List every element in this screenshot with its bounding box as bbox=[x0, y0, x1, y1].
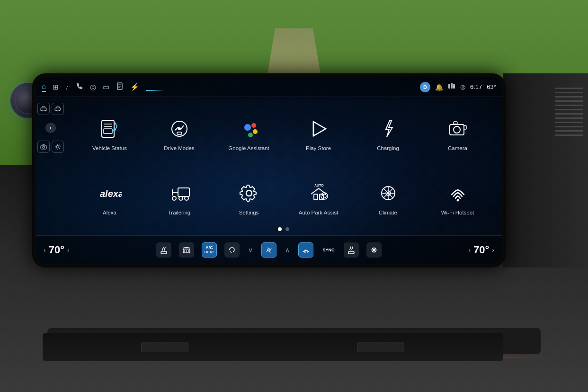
sidebar-sun[interactable] bbox=[52, 141, 64, 153]
defrost-btn[interactable] bbox=[179, 242, 194, 258]
camera-label: Camera bbox=[448, 145, 467, 152]
seat-heat-right-btn[interactable] bbox=[344, 242, 359, 258]
camera-icon bbox=[445, 116, 470, 141]
camera-app[interactable]: Camera bbox=[423, 104, 492, 164]
svg-point-35 bbox=[248, 133, 253, 137]
temperature-display: 63° bbox=[487, 83, 496, 90]
recirc-icon bbox=[224, 242, 240, 258]
gps-icon[interactable]: ◎ bbox=[460, 83, 465, 90]
home-nav-icon[interactable]: ⌂ bbox=[42, 82, 46, 92]
bell-icon[interactable]: 🔔 bbox=[435, 83, 443, 91]
trailering-icon bbox=[167, 181, 192, 205]
recirc-btn[interactable] bbox=[224, 242, 240, 258]
phone-nav-icon[interactable] bbox=[76, 82, 83, 91]
settings-icon bbox=[237, 181, 261, 205]
right-vent-tab[interactable] bbox=[357, 342, 404, 352]
climate-controls: A/C HEAT ∨ bbox=[91, 242, 447, 258]
infotainment-screen: ⌂ ⊞ ♪ ◎ ▭ ⚡ bbox=[36, 77, 502, 264]
defrost-icon bbox=[179, 242, 194, 258]
svg-line-22 bbox=[59, 148, 59, 149]
google-assistant-app[interactable]: Google Assistant bbox=[214, 104, 284, 164]
sidebar-expand-arrow[interactable]: › bbox=[45, 123, 56, 133]
front-defrost-btn[interactable] bbox=[298, 242, 313, 258]
seat-cool-right-btn[interactable] bbox=[366, 242, 382, 258]
sidebar: › bbox=[36, 97, 65, 235]
climate-app[interactable]: Climate bbox=[353, 169, 423, 228]
svg-line-24 bbox=[55, 148, 56, 149]
nav-bar: ⌂ ⊞ ♪ ◎ ▭ ⚡ bbox=[36, 77, 502, 97]
climate-icon bbox=[376, 181, 401, 205]
svg-point-48 bbox=[246, 190, 252, 196]
play-store-app[interactable]: Play Store bbox=[284, 104, 353, 164]
svg-rect-5 bbox=[451, 83, 453, 89]
sidebar-group-bottom bbox=[36, 141, 65, 153]
front-defrost-icon bbox=[298, 242, 313, 258]
trailering-label: Trailering bbox=[168, 209, 191, 216]
pagination-dot-1[interactable] bbox=[278, 227, 282, 231]
fan-speed-up-btn[interactable]: ∧ bbox=[284, 245, 291, 255]
svg-point-38 bbox=[454, 126, 460, 133]
phone2-nav-icon[interactable]: ▭ bbox=[103, 83, 109, 91]
right-temp-control: ‹ 70° › bbox=[447, 244, 494, 256]
charging-label: Charging bbox=[377, 145, 399, 152]
lightning-nav-icon[interactable]: ⚡ bbox=[130, 83, 139, 91]
app-grid: Vehicle Status Drive Modes bbox=[65, 97, 502, 235]
sidebar-car-side[interactable] bbox=[52, 103, 64, 115]
svg-rect-28 bbox=[104, 129, 112, 134]
left-temp-increase[interactable]: › bbox=[67, 246, 70, 254]
fan-icon bbox=[261, 242, 276, 258]
sidebar-car-front[interactable] bbox=[37, 103, 50, 115]
vehicle-status-app[interactable]: Vehicle Status bbox=[75, 104, 144, 164]
svg-point-12 bbox=[59, 110, 60, 111]
seat-heat-left-btn[interactable] bbox=[156, 242, 171, 258]
map-icon[interactable] bbox=[448, 82, 455, 91]
right-panel bbox=[503, 73, 588, 267]
svg-line-21 bbox=[55, 145, 56, 145]
svg-point-9 bbox=[45, 110, 45, 111]
alexa-app[interactable]: alexa Alexa bbox=[75, 169, 144, 228]
right-temp-decrease[interactable]: ‹ bbox=[468, 246, 471, 254]
sidebar-camera[interactable] bbox=[37, 141, 50, 153]
left-vent-tab[interactable] bbox=[141, 342, 188, 352]
main-content: › bbox=[36, 97, 502, 235]
right-temp-increase[interactable]: › bbox=[492, 246, 494, 254]
drive-modes-label: Drive Modes bbox=[164, 145, 195, 152]
left-temp-control: ‹ 70° › bbox=[44, 244, 91, 256]
settings-app[interactable]: Settings bbox=[214, 169, 284, 228]
fan-speed-down-btn[interactable]: ∨ bbox=[247, 245, 254, 255]
location-nav-icon[interactable]: ◎ bbox=[90, 83, 96, 91]
sync-btn[interactable]: SYNC bbox=[321, 242, 336, 258]
svg-point-11 bbox=[55, 110, 56, 111]
svg-point-61 bbox=[456, 199, 459, 201]
doc-nav-icon[interactable] bbox=[116, 82, 124, 91]
drive-modes-app[interactable]: Drive Modes bbox=[144, 104, 214, 164]
app-row-2: alexa Alexa bbox=[75, 169, 492, 228]
fan-btn[interactable] bbox=[261, 242, 276, 258]
grid-nav-icon[interactable]: ⊞ bbox=[53, 83, 59, 91]
pagination-dot-2[interactable] bbox=[285, 227, 289, 231]
music-nav-icon[interactable]: ♪ bbox=[65, 83, 69, 91]
trailering-app[interactable]: Trailering bbox=[144, 169, 214, 228]
svg-rect-10 bbox=[55, 108, 61, 110]
svg-point-47 bbox=[172, 196, 176, 200]
user-avatar[interactable]: D bbox=[420, 82, 430, 92]
svg-rect-6 bbox=[453, 84, 455, 89]
left-temp-decrease[interactable]: ‹ bbox=[44, 246, 46, 254]
svg-rect-49 bbox=[314, 194, 318, 200]
ac-heat-btn[interactable]: A/C HEAT bbox=[202, 242, 217, 258]
seat-cool-right-icon bbox=[366, 242, 382, 258]
alexa-label: Alexa bbox=[103, 209, 116, 216]
charging-icon bbox=[376, 116, 401, 141]
wifi-hotspot-icon bbox=[445, 181, 470, 205]
svg-point-14 bbox=[42, 146, 44, 148]
svg-point-69 bbox=[268, 249, 270, 251]
pagination bbox=[65, 225, 502, 233]
wifi-hotspot-app[interactable]: Wi-Fi Hotspot bbox=[423, 169, 492, 228]
svg-text:alexa: alexa bbox=[100, 188, 122, 199]
charging-app[interactable]: Charging bbox=[353, 104, 423, 164]
auto-park-app[interactable]: AUTO Auto Park Assist bbox=[284, 169, 353, 228]
svg-rect-15 bbox=[42, 144, 45, 145]
climate-label: Climate bbox=[379, 209, 397, 216]
svg-point-43 bbox=[179, 196, 183, 200]
app-row-1: Vehicle Status Drive Modes bbox=[75, 104, 492, 164]
